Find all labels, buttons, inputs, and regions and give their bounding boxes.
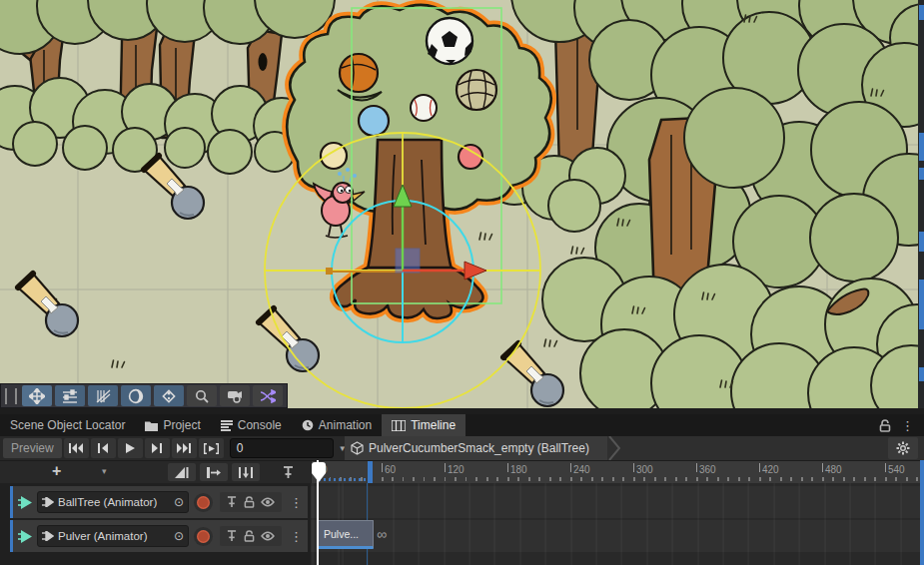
ruler-label: 240 <box>573 464 590 475</box>
tab-console[interactable]: Console <box>211 414 292 436</box>
playhead-line[interactable] <box>317 460 319 565</box>
record-button[interactable] <box>197 496 210 509</box>
play-icon <box>126 443 135 453</box>
breadcrumb-zone: PulverCucumberSmack_empty (BallTree) <box>345 436 924 460</box>
duration-end-marker[interactable] <box>368 461 373 483</box>
gear-icon <box>896 441 910 455</box>
play-range-button[interactable] <box>199 438 224 458</box>
timeline-tracks: Pulve... ∞ BallTree (Animator) ⊙ ⋮ <box>0 483 924 565</box>
record-button[interactable] <box>197 530 210 543</box>
ruler-label: 300 <box>636 464 653 475</box>
film-strip-icon <box>392 420 406 431</box>
sliders-tool-button[interactable] <box>55 385 85 406</box>
object-picker-icon[interactable]: ⊙ <box>174 495 184 509</box>
ruler-label: 360 <box>699 464 716 475</box>
object-picker-icon[interactable]: ⊙ <box>174 529 184 543</box>
search-tool-button[interactable] <box>187 385 217 406</box>
track-kebab-menu[interactable]: ⋮ <box>290 496 303 509</box>
breadcrumb-title: PulverCucumberSmack_empty (BallTree) <box>369 441 589 455</box>
camera-visibility-button[interactable] <box>220 385 250 406</box>
kebab-menu-icon[interactable]: ⋮ <box>901 419 914 432</box>
drag-handle[interactable] <box>5 388 17 404</box>
tab-project[interactable]: Project <box>135 414 210 436</box>
tab-label: Project <box>163 418 200 432</box>
folder-icon <box>145 420 158 431</box>
eye-icon[interactable] <box>261 497 275 507</box>
unlock-icon[interactable] <box>879 419 891 432</box>
play-range-icon <box>204 443 219 454</box>
pin-icon <box>283 466 294 479</box>
blue-ball[interactable] <box>359 106 389 136</box>
add-track-caret[interactable]: ▾ <box>102 466 107 476</box>
skip-to-end-button[interactable] <box>172 438 197 458</box>
track-lanes[interactable]: Pulve... ∞ <box>311 483 924 565</box>
ruler-minor-ticks <box>319 477 924 481</box>
play-button[interactable] <box>118 438 143 458</box>
ruler-label: 540 <box>888 464 905 475</box>
diamond-tool-button[interactable] <box>154 385 184 406</box>
track-controls <box>220 526 282 546</box>
baseball[interactable] <box>411 95 437 121</box>
timeline-ruler[interactable]: 0 60 120 180 240 300 360 420 480 540 <box>311 461 924 483</box>
markers-toggle-button[interactable] <box>274 463 302 481</box>
step-back-button[interactable] <box>91 438 116 458</box>
tab-bar: Scene Object Locator Project Console Ani… <box>0 414 924 436</box>
console-lines-icon <box>221 420 233 431</box>
clock-icon <box>302 419 314 431</box>
animator-object-field[interactable]: BallTree (Animator) ⊙ <box>37 491 189 513</box>
skip-to-end-icon <box>177 443 191 453</box>
shuffle-tool-button[interactable] <box>253 385 283 406</box>
replace-mode-button[interactable] <box>232 463 260 481</box>
tab-animation[interactable]: Animation <box>292 414 382 436</box>
animator-icon <box>42 497 54 507</box>
scene-right-scroll[interactable] <box>918 0 924 409</box>
breadcrumb[interactable]: PulverCucumberSmack_empty (BallTree) <box>345 436 607 460</box>
eye-icon[interactable] <box>261 531 275 541</box>
pin-icon[interactable] <box>227 530 237 542</box>
track-color-stripe <box>10 520 13 552</box>
timeline-scrollbar[interactable] <box>920 460 924 565</box>
step-forward-button[interactable] <box>145 438 170 458</box>
skip-to-start-icon <box>69 443 83 453</box>
add-track-button[interactable]: + <box>52 462 61 480</box>
animator-object-field[interactable]: Pulver (Animator) ⊙ <box>37 525 189 547</box>
scene-view[interactable] <box>0 0 924 409</box>
lane-balltree[interactable] <box>311 486 924 518</box>
scene-toolbar <box>0 383 288 408</box>
tab-label: Scene Object Locator <box>10 418 125 432</box>
replace-mode-icon <box>239 467 253 478</box>
sliders-tool-icon <box>62 389 78 403</box>
track-kebab-menu[interactable]: ⋮ <box>290 530 303 543</box>
bottom-right-bushes[interactable] <box>542 258 924 409</box>
ripple-mode-button[interactable] <box>200 463 228 481</box>
ruler-label: 420 <box>762 464 779 475</box>
track-header-balltree[interactable]: BallTree (Animator) ⊙ ⋮ <box>10 486 308 518</box>
volleyball[interactable] <box>457 70 496 110</box>
circle-tool-button[interactable] <box>121 385 151 406</box>
ruler-label: 120 <box>448 464 464 475</box>
tab-timeline[interactable]: Timeline <box>382 414 465 436</box>
clip-pulver[interactable]: Pulve... <box>318 520 374 549</box>
mix-mode-button[interactable] <box>168 463 196 481</box>
tab-label: Animation <box>319 418 372 432</box>
hatch-tool-button[interactable] <box>88 385 118 406</box>
timeline-settings-button[interactable] <box>888 437 918 459</box>
lane-pulver[interactable] <box>311 520 924 552</box>
skip-to-start-button[interactable] <box>64 438 89 458</box>
move-gizmo-plane-handle[interactable] <box>396 249 420 273</box>
unlock-icon[interactable] <box>244 496 255 508</box>
tab-scene-object-locator[interactable]: Scene Object Locator <box>0 414 135 436</box>
track-name: BallTree (Animator) <box>58 496 170 508</box>
soccer-ball[interactable] <box>427 18 472 64</box>
infinite-clip-icon: ∞ <box>377 520 387 549</box>
frame-number-field[interactable]: 0 <box>230 438 334 458</box>
pin-icon[interactable] <box>227 496 237 508</box>
move-tool-button[interactable] <box>22 385 52 406</box>
track-header-pulver[interactable]: Pulver (Animator) ⊙ ⋮ <box>10 520 308 552</box>
unlock-icon[interactable] <box>244 530 255 542</box>
track-headers: BallTree (Animator) ⊙ ⋮ Pulver (Animator… <box>0 483 311 565</box>
animation-track-icon <box>18 496 33 509</box>
preview-toggle-button[interactable]: Preview <box>3 438 62 458</box>
shuffle-icon <box>260 389 276 403</box>
step-back-icon <box>98 443 108 453</box>
